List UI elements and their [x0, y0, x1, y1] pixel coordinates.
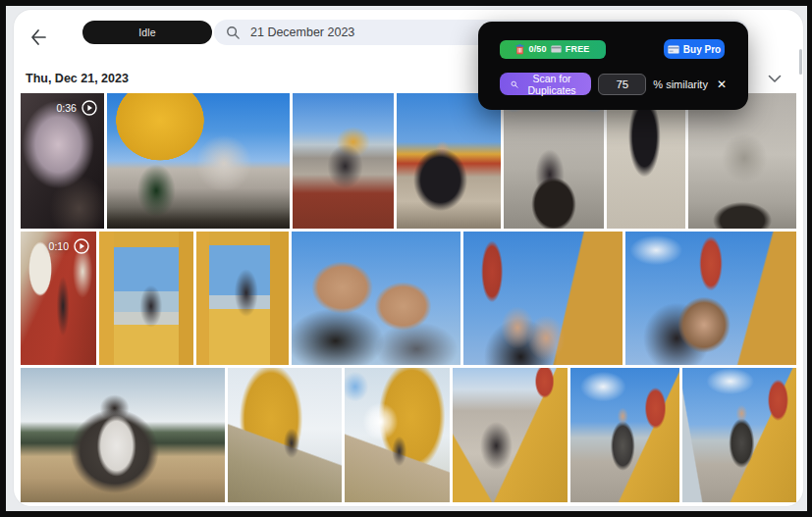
similarity-input[interactable] [598, 74, 646, 95]
chevron-down-icon [768, 75, 782, 83]
photo-walkway-walk-1[interactable] [570, 368, 679, 502]
video-duration: 0:36 [56, 102, 76, 114]
back-button[interactable] [24, 23, 53, 52]
photo-walkway-crouch[interactable] [453, 368, 568, 502]
date-header: Thu, Dec 21, 2023 [26, 72, 129, 85]
photo-row-3 [21, 368, 796, 502]
photo-arch-window-2[interactable] [196, 232, 289, 365]
panel-bottom-row: Scan for Duplicates % similarity ✕ [500, 73, 727, 95]
video-duration-badge: 0:36 [56, 100, 96, 116]
photo-couple-kissing[interactable] [625, 232, 796, 365]
photo-video-red-wall[interactable]: 0:10 [21, 232, 96, 365]
photo-windblown-terrace[interactable] [21, 368, 225, 502]
similarity-label: % similarity [653, 78, 708, 90]
photo-red-terrace[interactable] [293, 93, 394, 229]
status-pill[interactable]: Idle [82, 21, 212, 44]
photo-low-angle-tower-2[interactable] [345, 368, 450, 502]
play-icon [81, 100, 97, 116]
photo-grid: 0:36 0:10 [21, 93, 796, 506]
free-quota-count: 0/50 [528, 44, 546, 54]
scrollbar-thumb[interactable] [799, 49, 802, 75]
photo-low-angle-tower-1[interactable] [228, 368, 341, 502]
photo-arch-window-1[interactable] [99, 232, 193, 365]
photo-stone-facade[interactable] [688, 93, 796, 229]
close-icon: ✕ [717, 78, 727, 91]
credit-icon [551, 45, 562, 53]
search-icon [226, 26, 241, 40]
trash-icon [515, 44, 524, 55]
buy-pro-button[interactable]: Buy Pro [664, 39, 725, 59]
photo-gravel-coat[interactable] [607, 93, 685, 229]
buy-pro-label: Buy Pro [683, 44, 721, 55]
back-arrow-icon [29, 28, 47, 46]
status-pill-label: Idle [138, 26, 156, 38]
video-duration-badge: 0:10 [49, 238, 89, 254]
close-panel-button[interactable]: ✕ [717, 78, 727, 90]
duplicate-scanner-panel: 0/50 FREE Buy Pro Scan for Duplicates [478, 22, 748, 110]
panel-top-row: 0/50 FREE Buy Pro [500, 39, 727, 59]
free-quota-button[interactable]: 0/50 FREE [500, 40, 606, 59]
magnifier-icon [511, 78, 518, 90]
row-options-button[interactable] [766, 70, 784, 88]
photo-video-couch[interactable]: 0:36 [21, 93, 104, 229]
scan-duplicates-label: Scan for Duplicates [523, 73, 581, 96]
photo-row-2: 0:10 [21, 232, 796, 365]
photo-walkway-walk-2[interactable] [682, 368, 796, 502]
photo-row-1: 0:36 [21, 93, 796, 229]
photo-couple-selfie-towers[interactable] [463, 232, 623, 365]
photo-palace-wide[interactable] [107, 93, 291, 229]
photo-man-on-wall[interactable] [397, 93, 501, 229]
play-icon [74, 238, 89, 254]
free-quota-label: FREE [566, 44, 590, 54]
photo-couple-selfie-close[interactable] [292, 232, 461, 365]
scan-duplicates-button[interactable]: Scan for Duplicates [500, 73, 591, 95]
video-duration: 0:10 [49, 240, 69, 252]
photo-archway-pose[interactable] [504, 93, 605, 229]
card-icon [668, 45, 679, 54]
